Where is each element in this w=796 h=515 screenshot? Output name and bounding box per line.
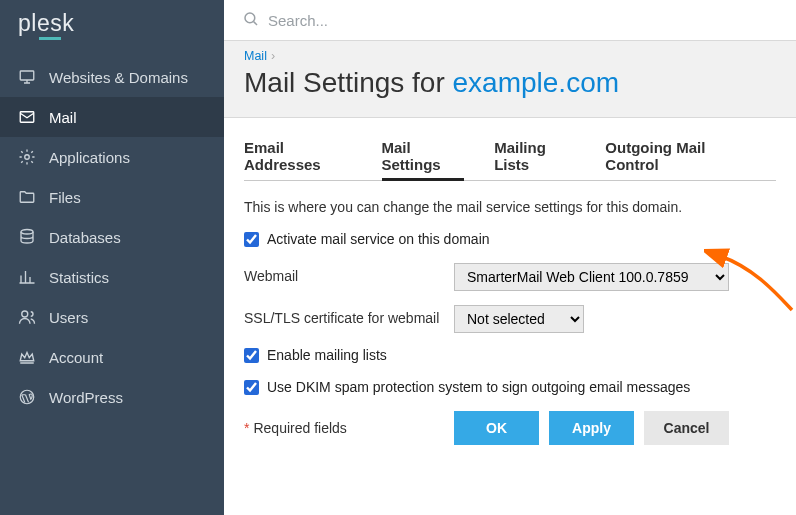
sidebar-item-wordpress[interactable]: WordPress bbox=[0, 377, 224, 417]
gear-icon bbox=[18, 148, 36, 166]
dkim-checkbox[interactable] bbox=[244, 380, 259, 395]
mailing-lists-label: Enable mailing lists bbox=[267, 347, 387, 363]
cancel-button[interactable]: Cancel bbox=[644, 411, 729, 445]
sidebar-item-users[interactable]: Users bbox=[0, 297, 224, 337]
users-icon bbox=[18, 308, 36, 326]
bars-icon bbox=[18, 268, 36, 286]
wordpress-icon bbox=[18, 388, 36, 406]
content: Mail› Mail Settings for example.com ‹ Em… bbox=[224, 0, 796, 515]
required-note: *Required fields bbox=[244, 420, 454, 436]
activate-mail-label: Activate mail service on this domain bbox=[267, 231, 490, 247]
crown-icon bbox=[18, 348, 36, 366]
breadcrumb: Mail› bbox=[244, 49, 776, 63]
tab-mail-settings[interactable]: Mail Settings bbox=[382, 132, 465, 180]
envelope-icon bbox=[18, 108, 36, 126]
intro-text: This is where you can change the mail se… bbox=[244, 199, 776, 215]
page-title-domain: example.com bbox=[453, 67, 620, 98]
sidebar-item-mail[interactable]: Mail bbox=[0, 97, 224, 137]
sidebar-item-files[interactable]: Files bbox=[0, 177, 224, 217]
sidebar-item-label: Users bbox=[49, 309, 88, 326]
required-asterisk-icon: * bbox=[244, 420, 249, 436]
svg-point-6 bbox=[245, 13, 255, 23]
apply-button[interactable]: Apply bbox=[549, 411, 634, 445]
sidebar-item-label: Account bbox=[49, 349, 103, 366]
tab-mailing-lists[interactable]: Mailing Lists bbox=[494, 132, 575, 180]
mailing-lists-checkbox[interactable] bbox=[244, 348, 259, 363]
tabstrip: Email Addresses Mail Settings Mailing Li… bbox=[244, 132, 776, 181]
folder-icon bbox=[18, 188, 36, 206]
dkim-label: Use DKIM spam protection system to sign … bbox=[267, 379, 690, 395]
ssl-label: SSL/TLS certificate for webmail bbox=[244, 305, 454, 326]
webmail-label: Webmail bbox=[244, 263, 454, 284]
page-title-prefix: Mail Settings for bbox=[244, 67, 453, 98]
sidebar-item-account[interactable]: Account bbox=[0, 337, 224, 377]
webmail-select[interactable]: SmarterMail Web Client 100.0.7859 bbox=[454, 263, 729, 291]
sidebar-item-label: Applications bbox=[49, 149, 130, 166]
page-title: Mail Settings for example.com bbox=[244, 67, 776, 99]
tab-email-addresses[interactable]: Email Addresses bbox=[244, 132, 352, 180]
svg-point-2 bbox=[25, 155, 30, 160]
breadcrumb-root[interactable]: Mail bbox=[244, 49, 267, 63]
main-panel: ‹ Email Addresses Mail Settings Mailing … bbox=[224, 118, 796, 445]
sidebar-item-label: Mail bbox=[49, 109, 77, 126]
sidebar-nav: Websites & Domains Mail Applications Fil… bbox=[0, 57, 224, 417]
sidebar-item-label: Files bbox=[49, 189, 81, 206]
sidebar: plesk Websites & Domains Mail Applicatio… bbox=[0, 0, 224, 515]
button-bar: *Required fields OK Apply Cancel bbox=[244, 411, 776, 445]
svg-point-3 bbox=[21, 230, 33, 235]
sidebar-item-databases[interactable]: Databases bbox=[0, 217, 224, 257]
brand-logo: plesk bbox=[18, 10, 74, 37]
searchbar bbox=[224, 0, 796, 40]
search-input[interactable] bbox=[268, 12, 528, 29]
sidebar-item-label: WordPress bbox=[49, 389, 123, 406]
tab-outgoing-mail-control[interactable]: Outgoing Mail Control bbox=[605, 132, 746, 180]
svg-rect-0 bbox=[20, 71, 34, 80]
sidebar-item-label: Databases bbox=[49, 229, 121, 246]
sidebar-item-label: Websites & Domains bbox=[49, 69, 188, 86]
svg-point-4 bbox=[22, 311, 28, 317]
chevron-right-icon: › bbox=[267, 49, 275, 63]
monitor-icon bbox=[18, 68, 36, 86]
search-icon bbox=[242, 10, 260, 31]
stack-icon bbox=[18, 228, 36, 246]
page-header: Mail› Mail Settings for example.com bbox=[224, 40, 796, 118]
ssl-select[interactable]: Not selected bbox=[454, 305, 584, 333]
sidebar-item-applications[interactable]: Applications bbox=[0, 137, 224, 177]
sidebar-item-statistics[interactable]: Statistics bbox=[0, 257, 224, 297]
ok-button[interactable]: OK bbox=[454, 411, 539, 445]
activate-mail-checkbox[interactable] bbox=[244, 232, 259, 247]
sidebar-item-websites[interactable]: Websites & Domains bbox=[0, 57, 224, 97]
sidebar-item-label: Statistics bbox=[49, 269, 109, 286]
